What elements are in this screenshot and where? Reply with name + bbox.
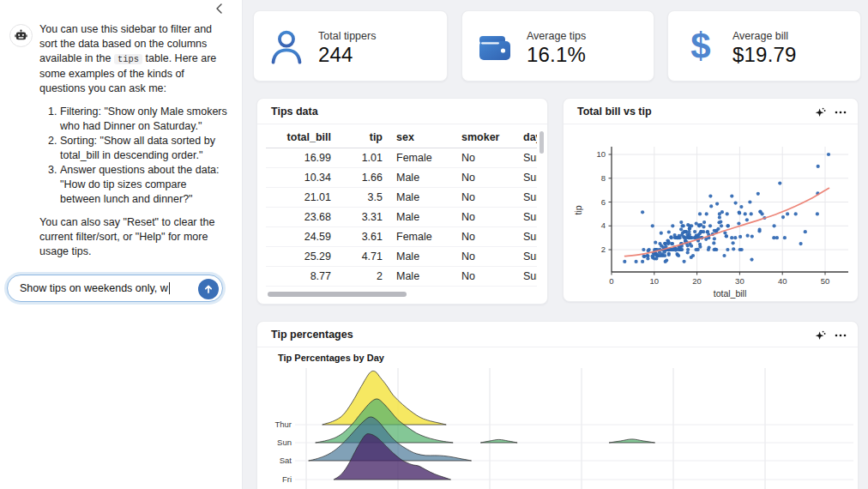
sidebar-collapse-button[interactable]	[213, 2, 226, 15]
more-options-button[interactable]	[834, 329, 847, 342]
table-cell: 8.77	[266, 266, 338, 286]
svg-text:30: 30	[735, 276, 744, 286]
table-cell: Male	[389, 246, 455, 266]
table-row: 21.013.5MaleNoSun	[266, 187, 537, 207]
column-header: day	[516, 128, 537, 148]
list-item: Sorting: "Show all data sorted by total_…	[60, 134, 230, 163]
scatter-plot: 01020304050246810total_billtip	[564, 124, 859, 302]
column-header: tip	[338, 128, 389, 148]
ridgeline-plot: ThurSunSatFriTip Percentages by Day	[257, 347, 859, 489]
card-header: Total bill vs tip	[564, 99, 858, 124]
chat-input[interactable]: Show tips on weekends only, w	[7, 275, 223, 302]
svg-text:50: 50	[821, 276, 830, 286]
svg-text:2: 2	[601, 244, 606, 254]
stat-card-average-tips: Average tips 16.1%	[461, 10, 654, 82]
svg-text:6: 6	[601, 197, 606, 207]
table-cell: Male	[389, 187, 455, 207]
vertical-scrollbar-thumb[interactable]	[539, 131, 544, 154]
card-header: Tips data	[257, 99, 547, 124]
table-cell: 3.31	[338, 207, 389, 226]
table-row: 16.991.01FemaleNoSun	[266, 148, 537, 167]
table-cell: Female	[389, 226, 455, 246]
column-header: smoker	[455, 128, 516, 148]
table-cell: Sun	[516, 207, 537, 226]
table-row: 23.683.31MaleNoSun	[266, 207, 537, 226]
table-cell: No	[455, 207, 516, 226]
stat-card-average-bill: $ Average bill $19.79	[667, 10, 861, 82]
ellipsis-icon	[835, 111, 847, 114]
table-cell: Sun	[516, 187, 537, 207]
sparkle-icon	[814, 106, 826, 118]
stat-card-total-tippers: Total tippers 244	[253, 10, 448, 82]
table-row: 24.593.61FemaleNoSun	[266, 226, 537, 246]
table-cell: Sun	[516, 246, 537, 266]
table-cell: No	[455, 167, 516, 187]
table-cell: No	[455, 266, 516, 286]
stat-value: $19.79	[732, 43, 797, 67]
table-cell: Sun	[516, 148, 537, 167]
example-questions-list: Filtering: "Show only Male smokers who h…	[39, 105, 230, 207]
table-cell: 25.29	[266, 246, 338, 266]
chevron-left-icon	[213, 2, 226, 15]
svg-text:$: $	[690, 27, 710, 66]
assistant-message: You can use this sidebar to filter and s…	[39, 22, 230, 259]
table-cell: Male	[389, 167, 455, 187]
table-row: 25.294.71MaleNoSun	[266, 246, 537, 266]
assistant-sidebar: You can use this sidebar to filter and s…	[0, 0, 243, 489]
table-cell: 3.5	[338, 187, 389, 207]
dashboard-page: { "sidebar": { "message": { "p1_before":…	[0, 0, 868, 489]
table-cell: 1.01	[338, 148, 389, 167]
stat-value: 244	[318, 43, 353, 67]
stat-value: 16.1%	[527, 43, 586, 67]
table-cell: 16.99	[266, 148, 338, 167]
table-cell: 21.01	[266, 187, 338, 207]
svg-text:Fri: Fri	[282, 474, 292, 484]
svg-text:total_bill: total_bill	[714, 288, 747, 299]
tips-table-code-chip: tips	[114, 54, 142, 64]
table-cell: Sun	[516, 167, 537, 187]
chat-input-value: Show tips on weekends only, w	[20, 282, 168, 294]
arrow-up-icon	[203, 284, 214, 294]
table-cell: 1.66	[338, 167, 389, 187]
card-title: Total bill vs tip	[577, 106, 652, 118]
table-cell: No	[455, 187, 516, 207]
table-cell: No	[455, 246, 516, 266]
table-cell: Sun	[516, 266, 537, 286]
assistant-avatar	[9, 24, 33, 47]
column-header: total_bill	[266, 128, 338, 148]
table-cell: Sun	[516, 226, 537, 246]
ai-sparkle-button[interactable]	[813, 106, 827, 119]
table-cell: 23.68	[266, 207, 338, 226]
horizontal-scrollbar-thumb[interactable]	[268, 292, 407, 297]
svg-text:10: 10	[650, 276, 660, 286]
robot-icon	[14, 28, 28, 43]
svg-text:Sun: Sun	[277, 438, 292, 447]
tips-table: total_billtipsexsmokerday 16.991.01Femal…	[266, 128, 537, 287]
svg-text:Sat: Sat	[280, 456, 292, 465]
column-header: sex	[389, 128, 455, 148]
table-header-row: total_billtipsexsmokerday	[266, 128, 537, 148]
table-cell: Male	[389, 266, 455, 286]
svg-text:Tip Percentages by Day: Tip Percentages by Day	[278, 353, 385, 363]
svg-text:8: 8	[601, 173, 606, 183]
list-item: Answer questions about the data: "How do…	[60, 163, 230, 207]
send-button[interactable]	[198, 279, 219, 299]
svg-text:Thur: Thur	[274, 420, 292, 429]
table-row: 10.341.66MaleNoSun	[266, 167, 537, 187]
tips-data-card: Tips data total_billtipsexsmokerday 16.9…	[256, 98, 548, 305]
stat-label: Average tips	[527, 30, 586, 42]
table-cell: 24.59	[266, 226, 338, 246]
card-header: Tip percentages	[257, 322, 858, 347]
sparkle-icon	[814, 329, 826, 341]
ai-sparkle-button[interactable]	[813, 329, 827, 342]
assistant-paragraph-2: You can also say "Reset" to clear the cu…	[39, 215, 230, 259]
dollar-icon: $	[682, 27, 720, 68]
list-item: Filtering: "Show only Male smokers who h…	[60, 105, 230, 134]
svg-text:4: 4	[601, 220, 606, 230]
table-cell: 3.61	[338, 226, 389, 246]
more-options-button[interactable]	[834, 106, 847, 119]
tips-table-container: total_billtipsexsmokerday 16.991.01Femal…	[266, 128, 537, 288]
ellipsis-icon	[835, 334, 847, 337]
table-cell: No	[455, 148, 516, 167]
card-title: Tip percentages	[271, 329, 353, 341]
